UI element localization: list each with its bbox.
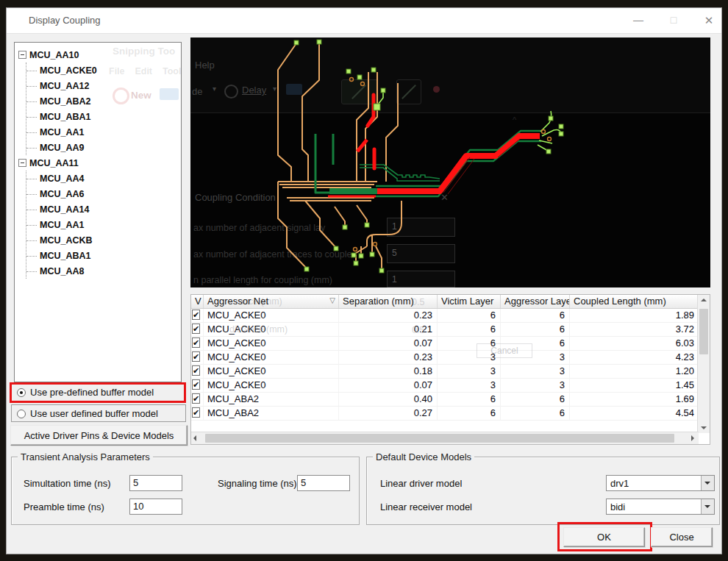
linear-receiver-combo[interactable]: bidi (606, 499, 715, 515)
row-check-cell: ✔ (191, 309, 204, 322)
tree-connector (26, 116, 37, 118)
row-checkbox[interactable]: ✔ (192, 379, 200, 390)
ghost-row-text: distance (mm) (229, 324, 288, 335)
tree-item-mcu_aa9[interactable]: MCU_AA9 (26, 140, 181, 155)
scroll-down-button[interactable] (698, 421, 710, 433)
row-checkbox[interactable]: ✔ (192, 393, 200, 404)
scroll-up-button[interactable] (698, 295, 710, 307)
tree-item-mcu_aba1[interactable]: MCU_ABA1 (26, 109, 181, 124)
tree-item-mcu_aa6[interactable]: MCU_AA6 (26, 186, 181, 201)
row-check-cell: ✔ (191, 323, 204, 336)
aggressor-net-cell: MCU_ACKE0 (204, 365, 339, 378)
row-checkbox[interactable]: ✔ (192, 407, 200, 418)
column-header-v[interactable]: V (191, 295, 204, 308)
user-buffer-radio[interactable]: Use user defined buffer model (17, 408, 158, 419)
column-header-separation-mm-[interactable]: Separation (mm) (339, 295, 438, 308)
victim-layer-cell: 3 (438, 379, 501, 392)
horizontal-scrollbar-thumb[interactable] (205, 434, 674, 443)
filter-funnel-icon[interactable]: ▽ (329, 296, 335, 304)
board-routing-canvas[interactable]: Help de ▾ Delay ▾ ^ Coupling Condition ✕… (190, 37, 710, 287)
column-header-coupled-length-mm-[interactable]: Coupled Length (mm) (570, 295, 699, 308)
simulation-time-label: Simultation time (ns) (24, 478, 110, 489)
vertical-scrollbar[interactable] (697, 295, 710, 433)
tree-item-mcu_aba1[interactable]: MCU_ABA1 (26, 248, 181, 263)
preamble-time-input[interactable]: 10 (129, 499, 182, 515)
combo-dropdown-button[interactable] (701, 476, 714, 490)
aggressor-net-cell: MCU_ACKE0 (204, 337, 339, 350)
simulation-time-input[interactable]: 5 (129, 475, 182, 491)
tree-item-mcu_aa4[interactable]: MCU_AA4 (26, 171, 181, 186)
tree-connector (26, 209, 37, 210)
transient-analysis-group: Transient Analysis Parameters Simultatio… (11, 457, 360, 525)
tree-item-mcu_aa1[interactable]: MCU_AA1 (26, 217, 181, 232)
predefined-buffer-radio[interactable]: Use pre-defined buffer model (17, 387, 154, 398)
tree-item-label: MCU_ACKB (40, 235, 93, 246)
aggressor-layer-cell: 3 (501, 365, 570, 378)
tree-item-mcu_aa14[interactable]: MCU_AA14 (26, 201, 181, 217)
linear-driver-combo[interactable]: drv1 (606, 475, 715, 491)
table-row[interactable]: ✔MCU_ABA20.27664.54 (191, 407, 710, 421)
tree-item-mcu_ackb[interactable]: MCU_ACKB (26, 232, 181, 248)
tree-item-mcu_aa10[interactable]: MCU_AA10 (15, 47, 181, 62)
tree-item-mcu_acke0[interactable]: MCU_ACKE0 (26, 62, 181, 78)
tree-item-mcu_aa11[interactable]: MCU_AA11 (15, 155, 181, 171)
row-checkbox[interactable]: ✔ (192, 324, 200, 334)
ok-button[interactable]: OK (563, 527, 645, 547)
net-tree-panel[interactable]: Snipping Too File Edit Tool New MCU_AA10… (14, 42, 182, 382)
row-checkbox[interactable]: ✔ (192, 365, 200, 376)
tree-item-label: MCU_AA8 (40, 266, 84, 276)
aggressor-layer-cell: 6 (501, 393, 570, 406)
radio-selected-icon[interactable] (17, 388, 26, 397)
combo-dropdown-button[interactable] (701, 499, 714, 514)
close-button[interactable]: Close (651, 527, 713, 547)
signaling-time-label: Signaling time (ns) (218, 478, 297, 489)
scroll-right-button[interactable] (687, 432, 699, 444)
column-header-aggressor-layer[interactable]: Aggressor Layer (501, 295, 570, 308)
victim-layer-cell: 6 (438, 393, 501, 406)
tree-item-label: MCU_ABA1 (40, 251, 90, 261)
aggressor-net-cell: MCU_ABA2 (204, 393, 339, 406)
coupling-table[interactable]: ance (mm) 0.5 distance (mm) 0.5 Cancel V… (190, 294, 710, 445)
minimize-icon[interactable]: — (624, 10, 652, 31)
tree-item-mcu_aa1[interactable]: MCU_AA1 (26, 124, 181, 140)
table-row[interactable]: ✔MCU_ACKE00.23661.89 (191, 309, 710, 323)
collapse-minus-icon[interactable] (18, 51, 26, 59)
tree-item-mcu_aa12[interactable]: MCU_AA12 (26, 78, 181, 93)
row-check-cell: ✔ (191, 351, 204, 364)
signaling-time-input[interactable]: 5 (297, 475, 350, 491)
separation-cell: 0.27 (339, 407, 438, 420)
tree-item-label: MCU_AA14 (40, 204, 89, 215)
tree-item-mcu_aa8[interactable]: MCU_AA8 (26, 263, 181, 279)
dialog-title: Display Coupling (29, 15, 101, 26)
table-row[interactable]: ✔MCU_ACKE00.18331.20 (191, 365, 710, 379)
radio-unselected-icon[interactable] (17, 410, 26, 418)
table-row[interactable]: ✔MCU_ACKE00.07666.03 (191, 337, 710, 351)
separation-cell: 0.40 (339, 393, 438, 406)
tree-item-label: MCU_AA1 (40, 220, 84, 230)
horizontal-scrollbar[interactable] (191, 432, 699, 444)
row-check-cell: ✔ (191, 407, 204, 420)
table-row[interactable]: ✔MCU_ACKE00.07331.45 (191, 379, 710, 393)
vertical-scrollbar-thumb[interactable] (699, 309, 708, 354)
collapse-minus-icon[interactable] (18, 159, 26, 167)
preamble-time-label: Preamble time (ns) (24, 501, 104, 512)
row-checkbox[interactable]: ✔ (192, 337, 200, 348)
tree-connector (26, 70, 37, 71)
column-header-victim-layer[interactable]: Victim Layer (438, 295, 501, 308)
column-header-aggressor-net[interactable]: Aggressor Net▽ (204, 295, 339, 308)
row-checkbox[interactable]: ✔ (192, 310, 200, 320)
row-check-cell: ✔ (191, 393, 204, 406)
close-icon[interactable]: ✕ (695, 10, 723, 31)
maximize-icon[interactable]: □ (660, 10, 688, 31)
row-checkbox[interactable]: ✔ (192, 351, 200, 362)
victim-layer-cell: 6 (438, 309, 501, 322)
scroll-left-button[interactable] (191, 432, 203, 444)
table-row[interactable]: ✔MCU_ACKE00.23334.23 (191, 351, 710, 365)
tree-item-mcu_aba2[interactable]: MCU_ABA2 (26, 93, 181, 109)
separation-cell: 0.23 (339, 351, 438, 364)
active-driver-pins-button[interactable]: Active Driver Pins & Device Models (10, 425, 188, 446)
user-buffer-label: Use user defined buffer model (30, 408, 158, 419)
linear-driver-label: Linear driver model (380, 478, 462, 489)
table-row[interactable]: ✔MCU_ABA20.40661.69 (191, 393, 710, 407)
aggressor-layer-cell: 3 (501, 379, 570, 392)
